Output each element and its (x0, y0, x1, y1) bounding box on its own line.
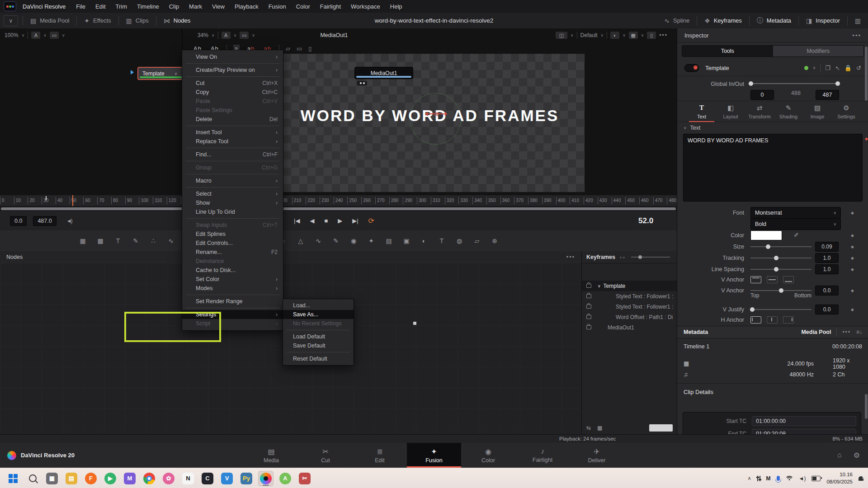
submenu-item-load[interactable]: Load... (283, 301, 354, 310)
chevron-down-icon[interactable]: ∨ (813, 66, 816, 70)
playhead[interactable] (72, 195, 73, 206)
v-justify-slider[interactable] (750, 309, 811, 310)
fusion-tool-icon-right-13[interactable]: ◍ (453, 237, 465, 244)
keyframe-diamond-icon[interactable]: ◆ (851, 244, 854, 249)
medibang-tray-icon[interactable]: M (766, 475, 771, 482)
channel-button[interactable]: A (31, 32, 40, 39)
lock-icon[interactable] (586, 315, 591, 319)
menubar-item-trim[interactable]: Trim (111, 0, 132, 13)
v-justify-value[interactable]: 0.0 (815, 305, 839, 314)
taskbar-app-video-app[interactable]: M (122, 471, 137, 486)
keyframes-row-word-offset-path1-di[interactable]: Word Offset : Path1 : Di (582, 312, 677, 322)
menubar-item-view[interactable]: View (207, 0, 230, 13)
taskbar-app-file-explorer[interactable]: ▤ (64, 471, 79, 486)
metadata-button[interactable]: ⓘMetadata (750, 13, 798, 28)
submenu-item-load-default[interactable]: Load Default (283, 332, 354, 341)
menu-item-select[interactable]: Select› (182, 189, 283, 198)
keyframe-diamond-icon[interactable]: ◆ (851, 256, 854, 260)
color-swatch[interactable] (750, 230, 782, 240)
node-color-dot[interactable] (804, 66, 808, 70)
taskbar-app-code-app[interactable]: C (200, 471, 215, 486)
grid-button[interactable]: ▦ (629, 32, 638, 39)
taskbar-app-chrome[interactable] (142, 471, 157, 486)
play-button[interactable]: ▶ (338, 217, 342, 224)
speaker-icon[interactable]: ◄) (799, 475, 806, 482)
menubar-app-title[interactable]: DaVinci Resolve (23, 3, 71, 10)
sort-icon[interactable]: ⇆ (586, 425, 591, 431)
app-logo-icon[interactable] (4, 1, 16, 11)
global-out-value[interactable]: 487 (816, 90, 839, 100)
fusion-tool-icon-right-4[interactable]: △ (295, 237, 307, 244)
menubar-item-clip[interactable]: Clip (164, 0, 184, 13)
inspector-tab-image[interactable]: ▨Image (803, 104, 832, 122)
audio-mute-icon[interactable]: ◄) (66, 218, 72, 224)
clock[interactable]: 10.16 08/09/2025 (826, 471, 853, 485)
menubar-item-color[interactable]: Color (291, 0, 315, 13)
menu-item-cut[interactable]: CutCtrl+X (182, 79, 283, 88)
page-tab-cut[interactable]: ✂Cut (298, 443, 353, 468)
v-anchor-value[interactable]: 0.0 (815, 286, 839, 296)
taskbar-app-capture-tool[interactable]: ✂ (297, 471, 312, 486)
keyframe-nav-icon[interactable]: ‹·› (620, 254, 625, 260)
anchor-bottom-icon[interactable] (783, 276, 794, 283)
metadata-options-icon[interactable]: ••• (842, 329, 851, 335)
inspector-tab-text[interactable]: TText (687, 104, 716, 122)
anchor-left-icon[interactable] (750, 316, 761, 324)
fusion-tool-icon-right-15[interactable]: ⊕ (489, 237, 500, 244)
view-mode-button[interactable]: ▭ (50, 32, 59, 39)
sort-icon[interactable]: ≡↓ (856, 329, 862, 335)
menubar-item-help[interactable]: Help (385, 0, 407, 13)
taskbar-app-task-view[interactable]: ▦ (44, 471, 60, 486)
fusion-tool-icon-right-9[interactable]: ▤ (383, 237, 395, 244)
current-frame[interactable]: 52.0 (638, 216, 653, 225)
taskbar-app-photos[interactable]: ✿ (161, 471, 176, 486)
keyframe-diamond-icon[interactable]: ◆ (851, 267, 854, 272)
menu-item-set-render-range[interactable]: Set Render Range (182, 297, 283, 306)
gear-icon[interactable]: ⚙ (854, 451, 860, 460)
render-range-end[interactable]: 487.0 (33, 216, 56, 226)
taskbar-app-search[interactable] (25, 471, 40, 486)
fusion-tool-icon-left-5[interactable]: ∿ (165, 237, 177, 244)
tray-expand-icon[interactable]: ∧ (748, 475, 751, 481)
versions-icon[interactable]: ❐ (825, 65, 830, 71)
fusion-tool-icon-right-14[interactable]: ▱ (471, 237, 483, 244)
menu-item-edit-splines[interactable]: Edit Splines (182, 230, 283, 239)
lock-icon[interactable] (586, 294, 591, 298)
taskbar-app-notion[interactable]: N (180, 471, 196, 486)
fusion-tool-icon-left-0[interactable]: ▦ (77, 237, 89, 244)
keyframes-row-template[interactable]: ∨Template (582, 281, 677, 291)
page-tab-color[interactable]: ◉Color (461, 443, 515, 468)
keyframe-diamond-icon[interactable]: ◆ (851, 233, 854, 238)
effects-button[interactable]: ✦Effects (77, 13, 118, 28)
keyframe-diamond-icon[interactable]: ◆ (851, 307, 854, 312)
menubar-item-fusion[interactable]: Fusion (264, 0, 291, 13)
fusion-tool-icon-right-10[interactable]: ▣ (401, 237, 412, 244)
tracking-value[interactable]: 1.0 (815, 253, 839, 263)
keyframe-diamond-icon[interactable]: ◆ (865, 136, 868, 141)
lock-icon[interactable] (586, 305, 591, 309)
fusion-tool-icon-left-4[interactable]: ∴ (147, 237, 159, 244)
tab-tools[interactable]: Tools (682, 46, 773, 56)
styled-text-input[interactable]: WORD BY WORD AD FRAMES (683, 134, 863, 202)
left-viewer-zoom[interactable]: 100% (5, 32, 19, 38)
inspector-scrollbar[interactable] (865, 47, 868, 101)
wifi-icon[interactable] (786, 476, 793, 481)
keyframes-row-styled-text-follower1[interactable]: Styled Text : Follower1 : (582, 301, 677, 312)
node-input-triangle[interactable] (131, 70, 136, 75)
line-spacing-slider[interactable] (750, 269, 811, 270)
inspector-tab-settings[interactable]: ⚙Settings (832, 104, 861, 122)
transform-crosshair[interactable] (426, 113, 447, 115)
menu-item-view-on[interactable]: View On› (182, 52, 283, 61)
nodes-options-icon[interactable]: ••• (566, 254, 575, 260)
fusion-tool-icon-left-2[interactable]: T (112, 237, 124, 244)
menu-item-delete[interactable]: DeleteDel (182, 115, 283, 124)
menu-item-insert-tool[interactable]: Insert Tool› (182, 128, 283, 137)
keyframe-diamond-icon[interactable]: ◆ (851, 211, 854, 215)
viewer-options-icon[interactable]: ••• (659, 32, 668, 38)
gamut-button[interactable]: ◐ (610, 32, 619, 39)
menubar-item-timeline[interactable]: Timeline (132, 0, 164, 13)
menubar-item-mark[interactable]: Mark (184, 0, 207, 13)
fusion-tool-icon-right-5[interactable]: ∿ (312, 237, 324, 244)
layout-presets-button[interactable]: ▥ (848, 13, 868, 28)
anchor-top-icon[interactable] (750, 276, 761, 283)
